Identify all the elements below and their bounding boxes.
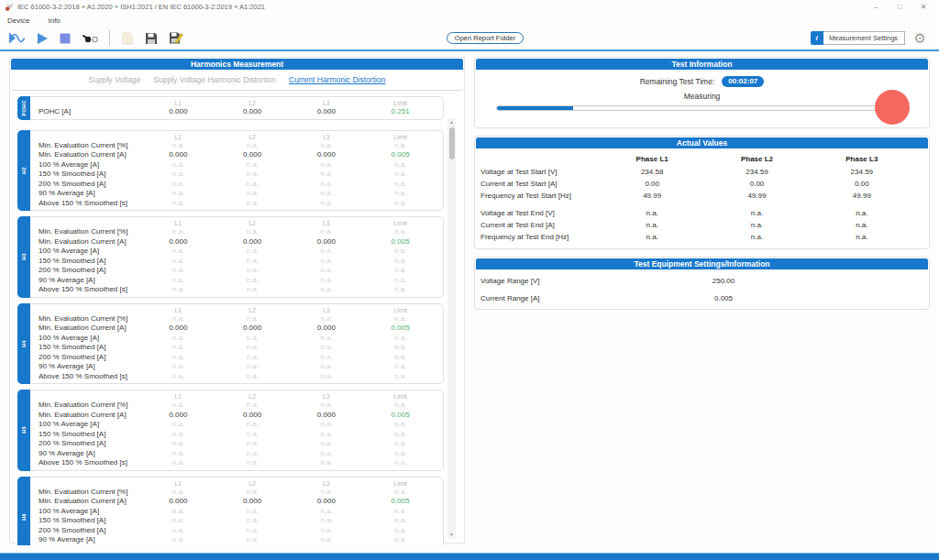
value-l2: n.a. [215, 489, 290, 496]
harmonic-card-tab-H4[interactable]: H4 [17, 303, 30, 385]
table-row: 100 % Average [A]n.a.n.a.n.a.n.a. [39, 507, 437, 517]
menu-info[interactable]: Info [48, 16, 60, 25]
save-icon[interactable] [145, 32, 158, 45]
value-phase-l3: n.a. [810, 219, 914, 231]
limit-value: n.a. [363, 401, 437, 409]
row-label: Min. Evaluation Current [A] [39, 324, 141, 332]
record-waveform-icon[interactable] [8, 31, 26, 45]
value-phase-l3: 234.59 [810, 166, 914, 178]
table-row: 100 % Average [A]n.a.n.a.n.a.n.a. [39, 247, 437, 257]
pohc-card-tab[interactable]: POHC [17, 96, 30, 120]
tab-current-harmonic-distortion[interactable]: Current Harmonic Distortion [289, 75, 385, 84]
value-l2: 0.000 [215, 151, 290, 159]
row-label: 150 % Smoothed [A] [39, 258, 141, 265]
tab-supply-voltage[interactable]: Supply Voltage [89, 75, 141, 84]
row-label: 90 % Average [A] [39, 277, 141, 284]
column-header-l3: L3 [290, 393, 364, 400]
harmonic-card-tab-H2[interactable]: H2 [17, 130, 30, 212]
value-l3: n.a. [290, 142, 364, 149]
table-row: Min. Evaluation Current [A]0.0000.0000.0… [39, 150, 437, 160]
limit-value: n.a. [363, 489, 437, 496]
play-icon[interactable] [37, 32, 49, 45]
value-l1: n.a. [141, 431, 215, 438]
value-l2: n.a. [215, 258, 290, 265]
harmonics-list[interactable]: H2L1L2L3LimitMin. Evaluation Current [%]… [10, 125, 464, 545]
harmonic-card-tab-H6[interactable]: H6 [17, 477, 30, 545]
row-label: Frequency at Test End [Hz] [481, 231, 600, 243]
menu-device[interactable]: Device [7, 16, 29, 25]
value-l2: n.a. [215, 354, 290, 361]
row-label: Voltage at Test End [V] [481, 207, 600, 219]
value-l2: n.a. [215, 363, 290, 370]
row-label: 100 % Average [A] [39, 508, 141, 515]
tab-supply-voltage-harmonic-distortion[interactable]: Supply Voltage Harmonic Distortion [153, 75, 276, 84]
scroll-up-icon[interactable]: ▲ [447, 118, 456, 126]
scroll-down-icon[interactable]: ▼ [447, 531, 456, 539]
harmonic-card-tab-H3[interactable]: H3 [17, 216, 30, 298]
minimize-icon[interactable]: – [864, 0, 888, 14]
table-row: 200 % Smoothed [A]n.a.n.a.n.a.n.a. [39, 439, 437, 449]
harmonic-card-tab-H5[interactable]: H5 [17, 390, 30, 471]
open-report-folder-button[interactable]: Open Report Folder [447, 32, 524, 44]
value-l3: n.a. [290, 315, 364, 323]
limit-value: n.a. [363, 267, 437, 274]
scrollbar-thumb[interactable] [449, 127, 455, 159]
limit-value: n.a. [363, 190, 437, 197]
row-label: 100 % Average [A] [39, 247, 141, 255]
value-phase-l1: n.a. [600, 207, 704, 219]
limit-value: n.a. [363, 335, 437, 342]
column-header-limit: Limit [363, 220, 437, 226]
test-information-panel: Test Information Remaining Test Time: 00… [474, 57, 930, 128]
column-header-limit: Limit [363, 100, 437, 106]
stop-icon[interactable] [60, 33, 71, 44]
value-l3: n.a. [290, 489, 364, 496]
harmonics-measurement-panel: Harmonics Measurement Supply VoltageSupp… [9, 57, 465, 544]
row-label: 90 % Average [A] [39, 536, 141, 544]
value-l2: n.a. [215, 247, 290, 255]
measuring-progress-bar [496, 105, 877, 111]
measurement-settings-button[interactable]: Measurement Settings [823, 31, 905, 45]
harmonics-tabs: Supply VoltageSupply Voltage Harmonic Di… [10, 70, 464, 90]
harmonics-scrollbar[interactable]: ▲ ▼ [447, 118, 456, 539]
test-information-title: Test Information [476, 59, 928, 70]
pohc-tab-label: POHC [21, 100, 27, 116]
table-row: 150 % Smoothed [A]n.a.n.a.n.a.n.a. [39, 257, 437, 267]
limit-value: n.a. [363, 421, 437, 428]
column-header-limit: Limit [363, 134, 437, 140]
close-icon[interactable]: ✕ [911, 0, 935, 14]
save-report-icon[interactable] [169, 31, 183, 45]
value-l3: n.a. [290, 450, 364, 457]
value-l2: n.a. [215, 440, 290, 447]
value-l3: n.a. [290, 190, 364, 197]
toggle-icon[interactable] [82, 33, 98, 44]
value-l2: n.a. [215, 421, 290, 428]
gear-icon[interactable]: ⚙ [914, 31, 926, 45]
value-l3: n.a. [290, 421, 364, 428]
value-phase-l1: 49.99 [600, 190, 704, 202]
pohc-value-l1: 0.000 [141, 108, 215, 115]
table-row: 100 % Average [A]n.a.n.a.n.a.n.a. [39, 334, 437, 344]
row-label: 90 % Average [A] [39, 450, 141, 457]
harmonic-section-H4: H4L1L2L3LimitMin. Evaluation Current [%]… [17, 303, 444, 385]
value-l3: 0.000 [290, 324, 364, 332]
info-icon[interactable]: i [811, 31, 823, 45]
value-l3: n.a. [290, 440, 364, 447]
value-l1: n.a. [141, 344, 215, 351]
value-l3: n.a. [290, 228, 364, 236]
table-row: 200 % Smoothed [A]n.a.n.a.n.a.n.a. [39, 353, 437, 363]
progress-fill [497, 106, 573, 110]
value-l1: n.a. [141, 373, 215, 380]
value-phase-l2: 49.99 [704, 190, 809, 202]
table-row: 150 % Smoothed [A]n.a.n.a.n.a.n.a. [39, 430, 437, 440]
column-header-l1: L1 [141, 134, 215, 140]
table-row: 200 % Smoothed [A]n.a.n.a.n.a.n.a. [39, 180, 437, 190]
value-l1: n.a. [141, 228, 215, 236]
value-l1: 0.000 [141, 151, 215, 159]
limit-value: n.a. [363, 315, 437, 323]
row-label: 200 % Smoothed [A] [39, 527, 141, 534]
value-l3: n.a. [290, 181, 364, 188]
table-row: Min. Evaluation Current [A]0.0000.0000.0… [39, 411, 437, 421]
harmonic-column-headers: L1L2L3Limit [39, 479, 437, 488]
value-l3: n.a. [290, 170, 364, 178]
maximize-icon[interactable]: □ [888, 0, 911, 14]
